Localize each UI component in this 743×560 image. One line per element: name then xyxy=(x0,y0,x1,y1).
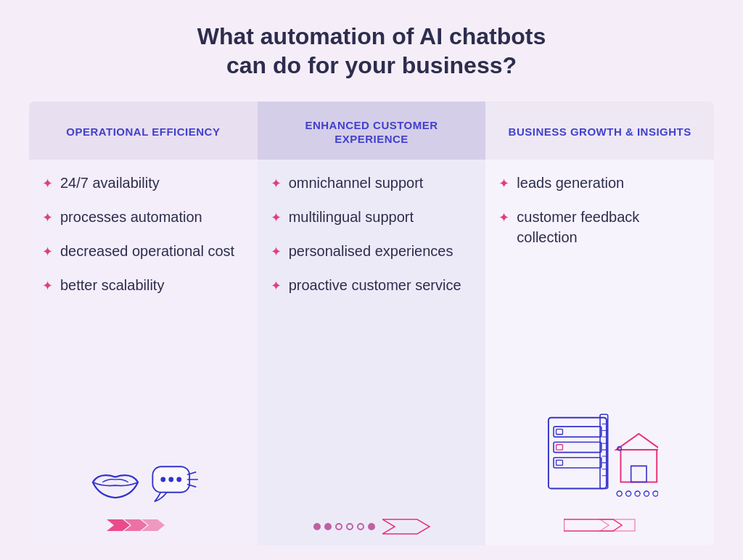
svg-point-32 xyxy=(625,491,631,496)
dot-icon xyxy=(324,523,332,530)
column-business-growth: BUSINESS GROWTH & INSIGHTS ✦ leads gener… xyxy=(485,102,714,545)
col-body-left: ✦ 24/7 availability ✦ processes automati… xyxy=(29,160,258,427)
middle-illustration-area xyxy=(258,473,486,516)
star-icon: ✦ xyxy=(42,174,53,194)
item-text: proactive customer service xyxy=(289,275,461,295)
list-item: ✦ personalised experiences xyxy=(271,241,473,262)
svg-rect-12 xyxy=(554,427,602,437)
svg-point-6 xyxy=(177,477,182,482)
list-item: ✦ omnichannel support xyxy=(271,173,473,194)
svg-rect-11 xyxy=(549,418,607,489)
svg-rect-13 xyxy=(554,442,602,452)
list-item: ✦ decreased operational cost xyxy=(42,241,245,262)
star-icon: ✦ xyxy=(42,208,53,228)
svg-marker-37 xyxy=(564,519,622,531)
star-icon: ✦ xyxy=(498,174,509,194)
svg-point-31 xyxy=(617,491,622,496)
svg-point-4 xyxy=(161,477,166,482)
star-icon: ✦ xyxy=(271,276,282,296)
star-icon: ✦ xyxy=(271,242,282,262)
col-header-middle: ENHANCED CUSTOMER EXPERIENCE xyxy=(258,102,486,160)
item-text: personalised experiences xyxy=(289,241,453,261)
building-illustration-area xyxy=(485,402,714,514)
svg-point-5 xyxy=(169,477,174,482)
dot-icon xyxy=(357,523,364,530)
item-text: customer feedback collection xyxy=(517,207,701,247)
list-item: ✦ leads generation xyxy=(498,173,701,194)
dot-icon xyxy=(346,523,353,530)
svg-marker-20 xyxy=(631,466,646,482)
svg-marker-38 xyxy=(600,519,635,531)
arrow-right-icon xyxy=(564,514,636,537)
list-item: ✦ 24/7 availability xyxy=(42,173,245,194)
item-text: decreased operational cost xyxy=(60,241,234,261)
col-header-right: BUSINESS GROWTH & INSIGHTS xyxy=(485,102,714,160)
svg-point-34 xyxy=(644,491,649,496)
list-item: ✦ processes automation xyxy=(42,207,245,228)
arrow-row-right xyxy=(485,514,714,545)
star-icon: ✦ xyxy=(271,208,282,228)
svg-point-35 xyxy=(653,491,658,496)
star-icon: ✦ xyxy=(42,242,53,262)
col-body-right: ✦ leads generation ✦ customer feedback c… xyxy=(485,160,714,402)
arrow-left-icon xyxy=(107,514,179,537)
svg-marker-18 xyxy=(616,434,658,450)
svg-rect-16 xyxy=(556,445,562,450)
item-text: leads generation xyxy=(517,173,624,193)
arrow-row-middle xyxy=(258,516,486,545)
arrow-middle-right-icon xyxy=(382,516,433,537)
speech-bubble-icon xyxy=(149,464,200,503)
svg-point-33 xyxy=(635,491,640,496)
star-icon: ✦ xyxy=(42,276,53,296)
building-icon xyxy=(542,409,658,503)
col-body-middle: ✦ omnichannel support ✦ multilingual sup… xyxy=(258,160,486,473)
dot-icon xyxy=(368,523,375,530)
col-header-left: OPERATIONAL EFFICIENCY xyxy=(29,102,258,160)
star-icon: ✦ xyxy=(498,208,509,228)
star-icon: ✦ xyxy=(271,174,282,194)
lips-icon xyxy=(86,464,144,503)
main-container: What automation of AI chatbots can do fo… xyxy=(0,0,743,560)
item-text: multilingual support xyxy=(289,207,414,227)
page-title: What automation of AI chatbots can do fo… xyxy=(197,22,546,80)
list-item: ✦ proactive customer service xyxy=(271,275,473,296)
arrow-row-left xyxy=(29,514,258,545)
svg-rect-15 xyxy=(556,429,562,435)
dots-area xyxy=(311,523,378,530)
item-text: 24/7 availability xyxy=(60,173,160,193)
dot-icon xyxy=(335,523,342,530)
list-item: ✦ better scalability xyxy=(42,275,245,296)
svg-rect-14 xyxy=(554,458,602,468)
column-enhanced-cx: ENHANCED CUSTOMER EXPERIENCE ✦ omnichann… xyxy=(258,102,486,545)
item-text: processes automation xyxy=(60,207,202,227)
list-item: ✦ multilingual support xyxy=(271,207,473,228)
svg-rect-17 xyxy=(556,460,562,465)
list-item: ✦ customer feedback collection xyxy=(498,207,701,247)
chat-illustration xyxy=(36,464,250,503)
column-operational-efficiency: OPERATIONAL EFFICIENCY ✦ 24/7 availabili… xyxy=(29,102,258,545)
chat-illustration-area xyxy=(29,427,258,514)
item-text: better scalability xyxy=(60,275,164,295)
svg-marker-10 xyxy=(382,519,430,534)
dot-icon xyxy=(313,523,321,530)
columns-wrapper: OPERATIONAL EFFICIENCY ✦ 24/7 availabili… xyxy=(29,102,714,545)
item-text: omnichannel support xyxy=(289,173,424,193)
